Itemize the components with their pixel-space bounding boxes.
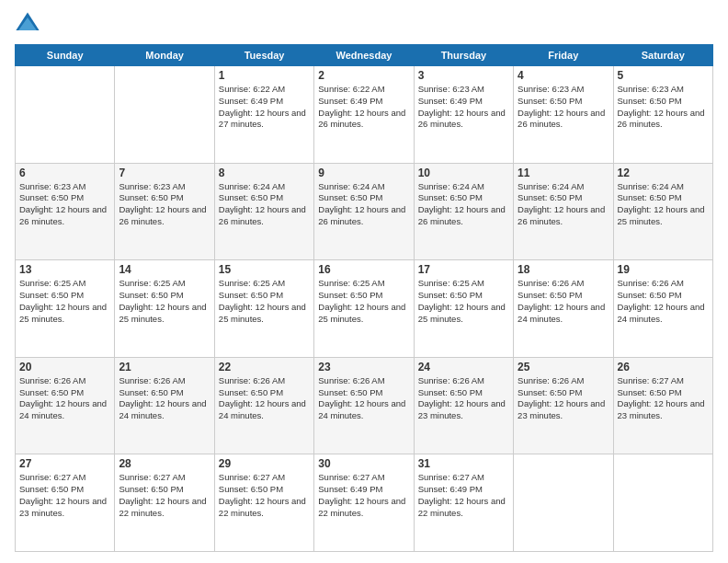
day-number: 15 (219, 263, 310, 276)
day-info: Sunrise: 6:24 AM Sunset: 6:50 PM Dayligh… (219, 181, 310, 228)
calendar-table: SundayMondayTuesdayWednesdayThursdayFrid… (15, 44, 713, 552)
calendar-cell: 6Sunrise: 6:23 AM Sunset: 6:50 PM Daylig… (16, 163, 115, 260)
day-info: Sunrise: 6:27 AM Sunset: 6:50 PM Dayligh… (618, 375, 709, 422)
day-number: 22 (219, 361, 310, 373)
day-number: 20 (19, 361, 110, 373)
day-info: Sunrise: 6:25 AM Sunset: 6:50 PM Dayligh… (219, 278, 310, 325)
page: SundayMondayTuesdayWednesdayThursdayFrid… (0, 0, 728, 563)
day-info: Sunrise: 6:24 AM Sunset: 6:50 PM Dayligh… (418, 181, 509, 228)
calendar-cell: 4Sunrise: 6:23 AM Sunset: 6:50 PM Daylig… (514, 66, 613, 164)
calendar-cell (613, 454, 712, 552)
calendar-cell: 18Sunrise: 6:26 AM Sunset: 6:50 PM Dayli… (514, 260, 613, 358)
day-info: Sunrise: 6:22 AM Sunset: 6:49 PM Dayligh… (318, 84, 409, 131)
calendar-cell: 31Sunrise: 6:27 AM Sunset: 6:49 PM Dayli… (414, 454, 513, 552)
day-number: 27 (19, 457, 110, 470)
weekday-header-saturday: Saturday (613, 45, 712, 66)
day-info: Sunrise: 6:26 AM Sunset: 6:50 PM Dayligh… (418, 375, 509, 422)
calendar-cell: 25Sunrise: 6:26 AM Sunset: 6:50 PM Dayli… (514, 357, 613, 454)
weekday-header-monday: Monday (115, 45, 214, 66)
calendar-cell: 23Sunrise: 6:26 AM Sunset: 6:50 PM Dayli… (314, 357, 414, 454)
day-info: Sunrise: 6:24 AM Sunset: 6:50 PM Dayligh… (618, 181, 709, 228)
day-number: 28 (119, 457, 210, 470)
day-info: Sunrise: 6:26 AM Sunset: 6:50 PM Dayligh… (19, 375, 110, 422)
day-info: Sunrise: 6:23 AM Sunset: 6:50 PM Dayligh… (618, 84, 709, 131)
calendar-cell: 1Sunrise: 6:22 AM Sunset: 6:49 PM Daylig… (214, 66, 313, 164)
calendar-cell: 9Sunrise: 6:24 AM Sunset: 6:50 PM Daylig… (314, 163, 414, 260)
calendar-cell: 16Sunrise: 6:25 AM Sunset: 6:50 PM Dayli… (314, 260, 414, 358)
day-number: 9 (318, 167, 409, 179)
calendar-cell: 11Sunrise: 6:24 AM Sunset: 6:50 PM Dayli… (514, 163, 613, 260)
calendar-cell: 30Sunrise: 6:27 AM Sunset: 6:49 PM Dayli… (314, 454, 414, 552)
calendar-cell: 3Sunrise: 6:23 AM Sunset: 6:49 PM Daylig… (414, 66, 513, 164)
day-number: 21 (119, 361, 210, 373)
day-info: Sunrise: 6:27 AM Sunset: 6:50 PM Dayligh… (119, 472, 210, 519)
day-number: 3 (418, 69, 509, 82)
day-info: Sunrise: 6:24 AM Sunset: 6:50 PM Dayligh… (318, 181, 409, 228)
day-info: Sunrise: 6:25 AM Sunset: 6:50 PM Dayligh… (19, 278, 110, 325)
calendar-cell: 15Sunrise: 6:25 AM Sunset: 6:50 PM Dayli… (214, 260, 313, 358)
day-info: Sunrise: 6:25 AM Sunset: 6:50 PM Dayligh… (418, 278, 509, 325)
day-info: Sunrise: 6:26 AM Sunset: 6:50 PM Dayligh… (219, 375, 310, 422)
week-row-4: 20Sunrise: 6:26 AM Sunset: 6:50 PM Dayli… (16, 357, 713, 454)
calendar-cell (514, 454, 613, 552)
day-number: 4 (518, 69, 609, 82)
day-info: Sunrise: 6:23 AM Sunset: 6:50 PM Dayligh… (19, 181, 110, 228)
calendar-cell: 7Sunrise: 6:23 AM Sunset: 6:50 PM Daylig… (115, 163, 214, 260)
day-number: 8 (219, 167, 310, 179)
calendar-cell (115, 66, 214, 164)
calendar-cell: 21Sunrise: 6:26 AM Sunset: 6:50 PM Dayli… (115, 357, 214, 454)
day-number: 12 (618, 167, 709, 179)
calendar-cell: 2Sunrise: 6:22 AM Sunset: 6:49 PM Daylig… (314, 66, 414, 164)
week-row-1: 1Sunrise: 6:22 AM Sunset: 6:49 PM Daylig… (16, 66, 713, 164)
calendar-cell: 14Sunrise: 6:25 AM Sunset: 6:50 PM Dayli… (115, 260, 214, 358)
day-number: 24 (418, 361, 509, 373)
day-info: Sunrise: 6:26 AM Sunset: 6:50 PM Dayligh… (618, 278, 709, 325)
day-info: Sunrise: 6:23 AM Sunset: 6:50 PM Dayligh… (518, 84, 609, 131)
calendar-cell: 8Sunrise: 6:24 AM Sunset: 6:50 PM Daylig… (214, 163, 313, 260)
day-info: Sunrise: 6:27 AM Sunset: 6:49 PM Dayligh… (418, 472, 509, 519)
calendar-cell: 5Sunrise: 6:23 AM Sunset: 6:50 PM Daylig… (613, 66, 712, 164)
day-info: Sunrise: 6:26 AM Sunset: 6:50 PM Dayligh… (318, 375, 409, 422)
weekday-header-friday: Friday (514, 45, 613, 66)
day-number: 11 (518, 167, 609, 179)
calendar-cell: 22Sunrise: 6:26 AM Sunset: 6:50 PM Dayli… (214, 357, 313, 454)
day-number: 25 (518, 361, 609, 373)
day-number: 17 (418, 263, 509, 276)
day-info: Sunrise: 6:27 AM Sunset: 6:50 PM Dayligh… (19, 472, 110, 519)
calendar-cell: 27Sunrise: 6:27 AM Sunset: 6:50 PM Dayli… (16, 454, 115, 552)
day-number: 26 (618, 361, 709, 373)
day-number: 7 (119, 167, 210, 179)
week-row-3: 13Sunrise: 6:25 AM Sunset: 6:50 PM Dayli… (16, 260, 713, 358)
weekday-header-sunday: Sunday (16, 45, 115, 66)
day-number: 29 (219, 457, 310, 470)
calendar-cell: 28Sunrise: 6:27 AM Sunset: 6:50 PM Dayli… (115, 454, 214, 552)
day-info: Sunrise: 6:23 AM Sunset: 6:49 PM Dayligh… (418, 84, 509, 131)
logo (15, 11, 44, 37)
header (15, 11, 713, 37)
day-info: Sunrise: 6:25 AM Sunset: 6:50 PM Dayligh… (119, 278, 210, 325)
day-number: 16 (318, 263, 409, 276)
day-info: Sunrise: 6:23 AM Sunset: 6:50 PM Dayligh… (119, 181, 210, 228)
calendar-cell: 24Sunrise: 6:26 AM Sunset: 6:50 PM Dayli… (414, 357, 513, 454)
calendar-cell: 12Sunrise: 6:24 AM Sunset: 6:50 PM Dayli… (613, 163, 712, 260)
day-info: Sunrise: 6:26 AM Sunset: 6:50 PM Dayligh… (518, 278, 609, 325)
day-info: Sunrise: 6:27 AM Sunset: 6:50 PM Dayligh… (219, 472, 310, 519)
day-number: 19 (618, 263, 709, 276)
week-row-5: 27Sunrise: 6:27 AM Sunset: 6:50 PM Dayli… (16, 454, 713, 552)
day-number: 10 (418, 167, 509, 179)
week-row-2: 6Sunrise: 6:23 AM Sunset: 6:50 PM Daylig… (16, 163, 713, 260)
day-number: 2 (318, 69, 409, 82)
day-number: 13 (19, 263, 110, 276)
calendar-cell: 10Sunrise: 6:24 AM Sunset: 6:50 PM Dayli… (414, 163, 513, 260)
calendar-cell: 20Sunrise: 6:26 AM Sunset: 6:50 PM Dayli… (16, 357, 115, 454)
calendar-cell: 26Sunrise: 6:27 AM Sunset: 6:50 PM Dayli… (613, 357, 712, 454)
day-info: Sunrise: 6:26 AM Sunset: 6:50 PM Dayligh… (119, 375, 210, 422)
calendar-cell: 13Sunrise: 6:25 AM Sunset: 6:50 PM Dayli… (16, 260, 115, 358)
day-info: Sunrise: 6:26 AM Sunset: 6:50 PM Dayligh… (518, 375, 609, 422)
day-number: 14 (119, 263, 210, 276)
calendar-cell: 17Sunrise: 6:25 AM Sunset: 6:50 PM Dayli… (414, 260, 513, 358)
calendar-cell (16, 66, 115, 164)
day-info: Sunrise: 6:24 AM Sunset: 6:50 PM Dayligh… (518, 181, 609, 228)
day-number: 1 (219, 69, 310, 82)
day-number: 18 (518, 263, 609, 276)
